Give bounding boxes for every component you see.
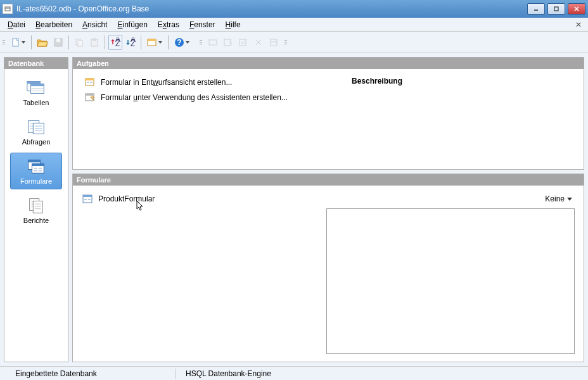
chevron-down-icon bbox=[21, 41, 26, 44]
tasks-list: Formular in Entwurfsansicht erstellen...… bbox=[73, 69, 343, 169]
task-create-form-wizard[interactable]: Formular unter Verwendung des Assistente… bbox=[84, 92, 331, 103]
form-design-icon bbox=[84, 77, 96, 88]
svg-text:Z: Z bbox=[115, 39, 120, 48]
app-icon bbox=[3, 4, 13, 14]
svg-rect-62 bbox=[90, 82, 93, 83]
copy-button bbox=[72, 35, 86, 50]
save-button bbox=[51, 35, 65, 50]
svg-rect-19 bbox=[148, 39, 156, 41]
toolbar-handle[interactable] bbox=[200, 35, 203, 49]
toolbar-btn-c bbox=[236, 35, 250, 50]
svg-rect-25 bbox=[224, 39, 231, 46]
form-item[interactable]: ProduktFormular bbox=[82, 193, 317, 205]
svg-rect-3 bbox=[554, 7, 558, 11]
preview-box bbox=[326, 208, 575, 354]
svg-text:?: ? bbox=[177, 38, 181, 47]
menu-help[interactable]: Hilfe bbox=[220, 19, 246, 30]
tasks-description: Beschreibung bbox=[343, 69, 584, 169]
sidebar-item-reports[interactable]: Berichte bbox=[10, 192, 62, 229]
toolbar-btn-d bbox=[252, 35, 265, 50]
svg-rect-69 bbox=[88, 199, 91, 200]
queries-icon bbox=[26, 118, 46, 136]
sort-asc-button[interactable]: AZ bbox=[108, 35, 122, 50]
menu-edit[interactable]: Bearbeiten bbox=[30, 19, 77, 30]
toolbar-separator bbox=[168, 35, 169, 49]
toolbar-btn-b bbox=[221, 35, 235, 50]
sidebar-header: Datenbank bbox=[4, 58, 68, 69]
new-doc-button[interactable] bbox=[9, 35, 28, 50]
svg-rect-64 bbox=[86, 94, 94, 96]
sidebar: Datenbank Tabellen Abfragen Formulare bbox=[4, 57, 68, 362]
main-area: Datenbank Tabellen Abfragen Formulare bbox=[0, 53, 588, 366]
svg-rect-30 bbox=[27, 82, 41, 84]
svg-rect-44 bbox=[29, 160, 41, 163]
toolbar-handle[interactable] bbox=[284, 35, 288, 49]
form-wizard-icon bbox=[84, 92, 96, 103]
form-button[interactable] bbox=[144, 35, 165, 50]
form-icon bbox=[82, 193, 93, 205]
svg-rect-49 bbox=[39, 168, 42, 169]
svg-marker-70 bbox=[567, 198, 572, 201]
sidebar-item-label: Abfragen bbox=[22, 138, 51, 146]
maximize-button[interactable] bbox=[547, 3, 565, 15]
svg-rect-46 bbox=[32, 163, 44, 166]
titlebar: IL-ates6502.odb - OpenOffice.org Base bbox=[0, 0, 588, 18]
menu-close-icon[interactable]: ✕ bbox=[572, 19, 585, 30]
content-area: Aufgaben Formular in Entwurfsansicht ers… bbox=[72, 57, 584, 362]
help-button[interactable]: ? bbox=[172, 35, 192, 50]
menu-file[interactable]: Datei bbox=[3, 19, 30, 30]
status-embedded: Eingebettete Datenbank bbox=[8, 369, 172, 378]
preview-mode-dropdown[interactable]: Keine bbox=[542, 193, 575, 205]
statusbar: Eingebettete Datenbank HSQL Datenbank-En… bbox=[0, 366, 588, 380]
toolbar-handle[interactable] bbox=[3, 35, 6, 49]
menubar: Datei Bearbeiten Ansicht Einfügen Extras… bbox=[0, 18, 588, 32]
svg-rect-68 bbox=[84, 199, 87, 200]
svg-rect-26 bbox=[240, 39, 246, 46]
svg-rect-67 bbox=[83, 195, 92, 197]
form-item-label: ProduktFormular bbox=[98, 194, 155, 203]
window-title: IL-ates6502.odb - OpenOffice.org Base bbox=[16, 4, 527, 13]
description-label: Beschreibung bbox=[352, 77, 575, 86]
sort-desc-button[interactable]: AZ bbox=[124, 35, 137, 50]
svg-point-65 bbox=[91, 96, 92, 97]
close-button[interactable] bbox=[568, 3, 585, 15]
svg-rect-9 bbox=[56, 39, 60, 42]
svg-rect-27 bbox=[271, 39, 277, 46]
svg-rect-0 bbox=[5, 7, 10, 11]
reports-icon bbox=[26, 196, 46, 214]
svg-rect-13 bbox=[93, 39, 96, 41]
forms-list[interactable]: ProduktFormular bbox=[82, 193, 317, 354]
menu-tools[interactable]: Extras bbox=[153, 19, 184, 30]
toolbar-btn-e bbox=[267, 35, 281, 50]
svg-rect-24 bbox=[209, 40, 217, 45]
menu-window[interactable]: Fenster bbox=[184, 19, 220, 30]
task-create-form-design[interactable]: Formular in Entwurfsansicht erstellen... bbox=[84, 77, 331, 88]
tasks-panel: Aufgaben Formular in Entwurfsansicht ers… bbox=[72, 57, 584, 170]
tables-icon bbox=[26, 79, 46, 96]
open-button[interactable] bbox=[35, 35, 50, 50]
chevron-down-icon bbox=[185, 41, 190, 44]
toolbar-separator bbox=[105, 35, 105, 49]
sidebar-item-queries[interactable]: Abfragen bbox=[10, 113, 62, 150]
toolbar-separator bbox=[141, 35, 141, 49]
menu-insert[interactable]: Einfügen bbox=[112, 19, 152, 30]
svg-rect-11 bbox=[78, 41, 82, 46]
task-label: Formular in Entwurfsansicht erstellen... bbox=[101, 78, 232, 87]
sidebar-item-label: Berichte bbox=[23, 217, 49, 224]
status-engine: HSQL Datenbank-Engine bbox=[178, 369, 279, 378]
toolbar: AZ AZ ? bbox=[0, 32, 588, 53]
forms-header: Formulare bbox=[73, 174, 584, 186]
svg-marker-20 bbox=[158, 41, 162, 44]
svg-marker-7 bbox=[22, 41, 25, 44]
sidebar-item-tables[interactable]: Tabellen bbox=[10, 74, 62, 111]
minimize-button[interactable] bbox=[527, 3, 545, 15]
sidebar-item-label: Formulare bbox=[20, 177, 52, 185]
sidebar-item-forms[interactable]: Formulare bbox=[10, 153, 62, 189]
preview-pane: Keine bbox=[326, 193, 575, 354]
menu-view[interactable]: Ansicht bbox=[77, 19, 112, 30]
toolbar-separator bbox=[31, 35, 32, 49]
svg-rect-47 bbox=[34, 168, 37, 169]
toolbar-separator bbox=[68, 35, 69, 49]
forms-panel: Formulare ProduktFormular bbox=[72, 174, 584, 362]
svg-rect-55 bbox=[33, 201, 42, 213]
